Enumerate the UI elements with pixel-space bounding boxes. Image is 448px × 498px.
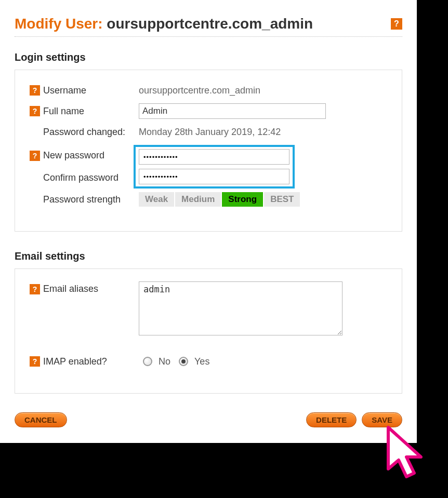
help-icon[interactable]: ? — [30, 106, 40, 116]
strength-medium: Medium — [175, 192, 222, 207]
password-strength-row: Password strength Weak Medium Strong BES… — [30, 192, 387, 207]
fullname-label: Full name — [43, 106, 84, 117]
page-title-value: oursupportcentre.com_admin — [107, 16, 313, 32]
login-settings-heading: Login settings — [15, 51, 402, 63]
modify-user-panel: Modify User: oursupportcentre.com_admin … — [0, 0, 417, 443]
fullname-input[interactable] — [139, 103, 326, 119]
strength-best: BEST — [264, 192, 300, 207]
imap-label: IMAP enabled? — [43, 356, 107, 367]
password-strength-label: Password strength — [43, 194, 121, 205]
help-icon[interactable]: ? — [30, 151, 40, 161]
delete-button[interactable]: DELETE — [306, 412, 357, 427]
strength-weak: Weak — [139, 192, 175, 207]
help-icon[interactable]: ? — [30, 356, 40, 367]
password-changed-value: Monday 28th January 2019, 12:42 — [139, 127, 387, 138]
confirm-password-input[interactable] — [139, 169, 289, 184]
login-settings-box: ? Username oursupportcentre.com_admin ? … — [15, 70, 402, 232]
email-settings-box: ? Email aliases ? IMAP enabled? No Yes — [15, 268, 402, 394]
save-button[interactable]: SAVE — [362, 412, 402, 427]
username-label: Username — [43, 85, 86, 96]
button-row: CANCEL DELETE SAVE — [15, 412, 402, 427]
email-aliases-label: Email aliases — [43, 284, 98, 294]
new-password-label: New password — [43, 150, 104, 161]
imap-no-radio[interactable] — [143, 357, 152, 366]
fullname-row: ? Full name — [30, 103, 387, 119]
password-changed-row: Password changed: Monday 28th January 20… — [30, 124, 387, 140]
imap-yes-radio[interactable] — [179, 357, 188, 366]
email-aliases-row: ? Email aliases — [30, 281, 387, 338]
cancel-button[interactable]: CANCEL — [15, 412, 67, 427]
email-aliases-input[interactable] — [139, 281, 342, 335]
imap-yes-label: Yes — [194, 356, 209, 367]
username-row: ? Username oursupportcentre.com_admin — [30, 83, 387, 98]
page-header: Modify User: oursupportcentre.com_admin … — [15, 16, 402, 37]
username-value: oursupportcentre.com_admin — [139, 85, 387, 96]
password-strength-bar: Weak Medium Strong BEST — [139, 192, 300, 207]
strength-strong: Strong — [222, 192, 264, 207]
imap-no-label: No — [159, 356, 170, 367]
confirm-password-label: Confirm password — [43, 172, 118, 183]
new-password-input[interactable] — [139, 149, 289, 165]
page-title-prefix: Modify User: — [15, 16, 107, 32]
help-icon[interactable]: ? — [391, 18, 402, 30]
email-settings-heading: Email settings — [15, 250, 402, 262]
imap-row: ? IMAP enabled? No Yes — [30, 354, 387, 369]
password-highlight-box — [134, 145, 295, 189]
help-icon[interactable]: ? — [30, 85, 40, 96]
password-changed-label: Password changed: — [43, 127, 125, 138]
help-icon[interactable]: ? — [30, 284, 40, 294]
page-title: Modify User: oursupportcentre.com_admin — [15, 16, 313, 32]
